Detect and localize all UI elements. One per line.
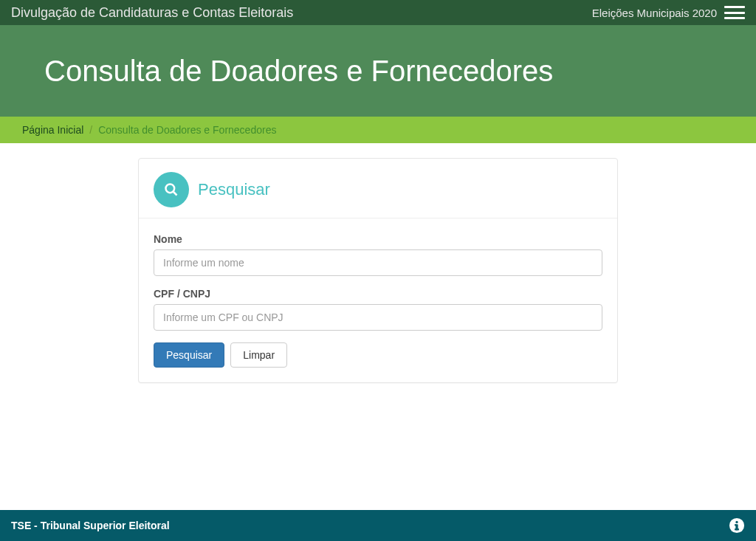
- svg-point-3: [735, 521, 738, 523]
- app-title: Divulgação de Candidaturas e Contas Elei…: [11, 5, 293, 21]
- doc-input[interactable]: [154, 304, 602, 331]
- clear-button[interactable]: Limpar: [230, 342, 287, 368]
- breadcrumb: Página Inicial / Consulta de Doadores e …: [0, 117, 756, 143]
- footer: TSE - Tribunal Superior Eleitoral: [0, 510, 756, 541]
- svg-rect-6: [735, 528, 739, 530]
- button-row: Pesquisar Limpar: [154, 342, 602, 368]
- search-button[interactable]: Pesquisar: [154, 342, 224, 368]
- election-link[interactable]: Eleições Municipais 2020: [592, 7, 717, 19]
- svg-line-1: [173, 192, 177, 196]
- menu-icon[interactable]: [724, 6, 745, 19]
- navbar-right: Eleições Municipais 2020: [592, 6, 745, 19]
- form-group-name: Nome: [154, 233, 602, 276]
- svg-point-0: [166, 185, 175, 193]
- name-label: Nome: [154, 233, 602, 245]
- breadcrumb-separator: /: [89, 124, 92, 136]
- form-group-doc: CPF / CNPJ: [154, 288, 602, 331]
- page-hero: Consulta de Doadores e Fornecedores: [0, 25, 756, 117]
- top-navbar: Divulgação de Candidaturas e Contas Elei…: [0, 0, 756, 25]
- search-card-title: Pesquisar: [198, 180, 270, 199]
- breadcrumb-home-link[interactable]: Página Inicial: [22, 124, 83, 136]
- info-icon[interactable]: [729, 517, 745, 534]
- page-title: Consulta de Doadores e Fornecedores: [44, 53, 553, 89]
- footer-org: TSE - Tribunal Superior Eleitoral: [11, 520, 170, 531]
- name-input[interactable]: [154, 249, 602, 276]
- main-content: Pesquisar Nome CPF / CNPJ Pesquisar Limp…: [0, 143, 756, 510]
- search-card: Pesquisar Nome CPF / CNPJ Pesquisar Limp…: [138, 158, 618, 383]
- search-icon: [154, 172, 189, 207]
- svg-rect-5: [735, 524, 736, 526]
- search-card-header: Pesquisar: [139, 159, 617, 218]
- breadcrumb-current: Consulta de Doadores e Fornecedores: [98, 124, 276, 136]
- doc-label: CPF / CNPJ: [154, 288, 602, 300]
- search-form: Nome CPF / CNPJ Pesquisar Limpar: [139, 218, 617, 382]
